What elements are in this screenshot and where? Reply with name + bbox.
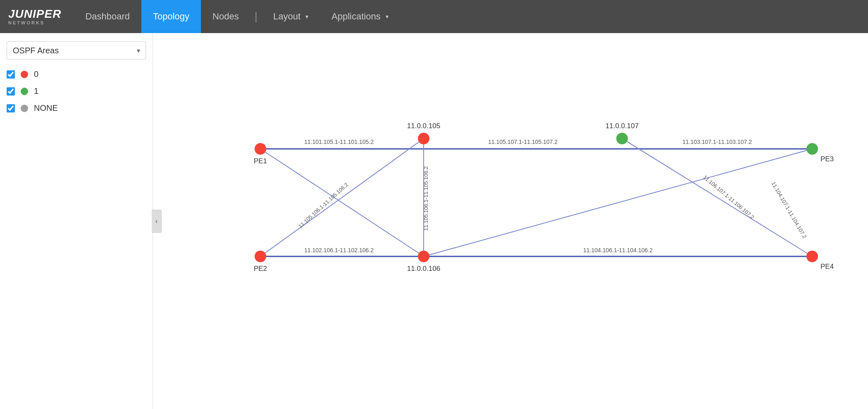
nav-applications[interactable]: Applications ▾ bbox=[320, 0, 400, 33]
applications-chevron-icon: ▾ bbox=[386, 13, 389, 20]
brand-sub: NETWORKS bbox=[8, 21, 61, 25]
node-PE1[interactable] bbox=[255, 143, 266, 155]
node-11-0-0-106[interactable] bbox=[418, 251, 429, 262]
legend-checkbox-0[interactable] bbox=[7, 70, 15, 79]
nav-separator: | bbox=[250, 10, 262, 23]
legend-item-1: 1 bbox=[7, 86, 146, 96]
layout-chevron-icon: ▾ bbox=[305, 13, 308, 20]
label-11-0-0-107: 11.0.0.107 bbox=[606, 122, 639, 130]
edge-label-104-106: 11.104.106.1-11.104.106.2 bbox=[583, 247, 653, 254]
nav-layout[interactable]: Layout ▾ bbox=[262, 0, 320, 33]
filter-select[interactable]: OSPF Areas ISIS Areas BGP Sessions bbox=[7, 41, 146, 60]
legend-item-none: NONE bbox=[7, 103, 146, 113]
nav-topology[interactable]: Topology bbox=[141, 0, 201, 33]
sidebar: OSPF Areas ISIS Areas BGP Sessions ▾ 0 1… bbox=[0, 33, 153, 409]
navbar: JUNIPER NETWORKS Dashboard Topology Node… bbox=[0, 0, 868, 33]
edge-label-103-107: 11.103.107.1-11.103.107.2 bbox=[682, 139, 752, 145]
legend-dot-red bbox=[21, 71, 28, 78]
label-PE1: PE1 bbox=[254, 157, 267, 165]
node-PE2[interactable] bbox=[255, 251, 266, 262]
edge-label-102-106: 11.102.106.1-11.102.106.2 bbox=[304, 247, 374, 254]
edge-label-106-107-diag: 11.106.107.1-11.106.107.2 bbox=[702, 174, 755, 220]
label-PE4: PE4 bbox=[820, 263, 834, 270]
edge-PE1-to-106 bbox=[260, 149, 424, 256]
brand: JUNIPER NETWORKS bbox=[8, 8, 61, 25]
edge-label-101-105: 11.101.105.1-11.101.105.2 bbox=[304, 139, 374, 145]
label-PE3: PE3 bbox=[820, 155, 834, 163]
legend-label-1: 1 bbox=[34, 86, 38, 96]
brand-logo: JUNIPER NETWORKS bbox=[8, 8, 61, 25]
main-layout: OSPF Areas ISIS Areas BGP Sessions ▾ 0 1… bbox=[0, 33, 868, 409]
node-PE4[interactable] bbox=[806, 251, 818, 262]
nav-nodes[interactable]: Nodes bbox=[201, 0, 250, 33]
sidebar-collapse-button[interactable]: ‹ bbox=[152, 210, 162, 233]
edge-105-to-PE2 bbox=[260, 139, 424, 256]
legend-checkbox-1[interactable] bbox=[7, 87, 15, 96]
legend-dot-gray bbox=[21, 105, 28, 112]
topology-area: PE1 11.0.0.105 11.0.0.107 PE3 PE2 11.0.0… bbox=[153, 33, 868, 409]
edge-PE3-to-106 bbox=[424, 149, 812, 256]
node-11-0-0-107[interactable] bbox=[616, 133, 628, 144]
brand-name: JUNIPER bbox=[8, 7, 61, 20]
legend-item-0: 0 bbox=[7, 69, 146, 79]
edge-label-105-106-diag: 11.105.106.1-11.105.106.2 bbox=[297, 182, 349, 230]
topology-svg: PE1 11.0.0.105 11.0.0.107 PE3 PE2 11.0.0… bbox=[153, 33, 868, 409]
edge-label-104-107-diag: 11.104.107.1-11.104.107.2 bbox=[770, 180, 808, 239]
label-PE2: PE2 bbox=[254, 265, 267, 273]
node-PE3[interactable] bbox=[806, 143, 818, 155]
legend-label-none: NONE bbox=[34, 103, 58, 113]
label-11-0-0-106: 11.0.0.106 bbox=[407, 265, 440, 273]
legend-dot-green bbox=[21, 88, 28, 95]
label-11-0-0-105: 11.0.0.105 bbox=[407, 122, 440, 130]
legend-checkbox-none[interactable] bbox=[7, 104, 15, 112]
node-11-0-0-105[interactable] bbox=[418, 133, 429, 144]
legend-label-0: 0 bbox=[34, 69, 38, 79]
filter-select-wrapper: OSPF Areas ISIS Areas BGP Sessions ▾ bbox=[7, 41, 146, 60]
nav-dashboard[interactable]: Dashboard bbox=[74, 0, 141, 33]
edge-label-105-107: 11.105.107.1-11.105.107.2 bbox=[488, 139, 558, 145]
edge-label-105-106-vert: 11.105.106.1-11.105.106.2 bbox=[423, 166, 429, 231]
